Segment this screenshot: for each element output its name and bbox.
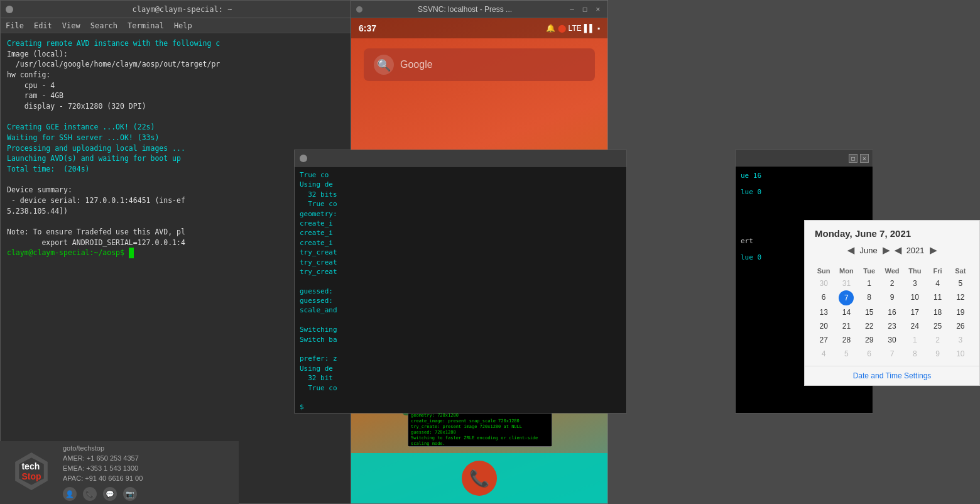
- calendar-day-headers: Sun Mon Tue Wed Thu Fri Sat: [812, 265, 972, 277]
- calendar-day[interactable]: 1: [858, 277, 881, 290]
- terminal-line: Switching: [300, 325, 621, 334]
- calendar-day[interactable]: 29: [858, 333, 881, 347]
- calendar-day[interactable]: 6: [812, 290, 835, 305]
- person-icon[interactable]: 👤: [63, 487, 77, 501]
- calendar-day[interactable]: 11: [926, 290, 949, 305]
- day-header-mon: Mon: [835, 265, 858, 277]
- techstop-info-block: goto/techstop AMER: +1 650 253 4357 EMEA…: [63, 444, 143, 501]
- calendar-prev-year-button[interactable]: ◀: [895, 245, 901, 255]
- calendar-day[interactable]: 25: [926, 319, 949, 333]
- hexagon-inner: techStop: [15, 455, 48, 488]
- calendar-day[interactable]: 7: [881, 347, 903, 361]
- calendar-day[interactable]: 9: [881, 290, 903, 305]
- menu-search[interactable]: Search: [90, 21, 117, 30]
- menu-view[interactable]: View: [62, 21, 80, 30]
- terminal-line: Waiting for SSH server ...OK! (33s): [7, 133, 345, 143]
- calendar-day[interactable]: 12: [949, 290, 972, 305]
- phone-call-button[interactable]: 📞: [462, 461, 497, 496]
- calendar-day[interactable]: 4: [812, 347, 835, 361]
- menu-edit[interactable]: Edit: [34, 21, 52, 30]
- phone-bottom-bar: 📞: [351, 453, 607, 503]
- search-placeholder: Google: [400, 59, 433, 70]
- terminal-1-title: claym@claym-special: ~: [18, 5, 346, 14]
- calendar-prev-month-button[interactable]: ◀: [847, 245, 854, 255]
- calendar-day[interactable]: 10: [949, 347, 972, 361]
- ssvnc-maximize-button[interactable]: □: [580, 5, 590, 13]
- bw-line: [741, 196, 868, 204]
- calendar-next-year-button[interactable]: ▶: [930, 245, 937, 255]
- terminal-line: $: [300, 402, 621, 412]
- phone-icon[interactable]: 📞: [83, 487, 97, 501]
- black-window-restore[interactable]: □: [849, 154, 858, 163]
- calendar-day[interactable]: 8: [903, 347, 926, 361]
- calendar-date-time-settings-link[interactable]: Date and Time Settings: [805, 366, 979, 385]
- day-header-wed: Wed: [881, 265, 903, 277]
- calendar-day[interactable]: 26: [949, 319, 972, 333]
- calendar-day[interactable]: 28: [835, 333, 858, 347]
- calendar-day[interactable]: 14: [835, 305, 858, 319]
- calendar-day[interactable]: 19: [949, 305, 972, 319]
- calendar-day[interactable]: 17: [903, 305, 926, 319]
- menu-terminal[interactable]: Terminal: [128, 21, 164, 30]
- terminal-1-close-dot[interactable]: [6, 6, 13, 13]
- bw-line: ue 16: [741, 172, 868, 180]
- calendar-day[interactable]: 5: [949, 277, 972, 290]
- terminal-window-2: True co Using de 32 bits True co geometr…: [294, 150, 627, 414]
- terminal-line: /usr/local/google/home/claym/aosp/out/ta…: [7, 59, 345, 70]
- calendar-day[interactable]: 18: [926, 305, 949, 319]
- terminal-line: True co: [300, 199, 621, 209]
- calendar-day[interactable]: 3: [949, 333, 972, 347]
- black-window-titlebar: □ ✕: [736, 150, 873, 167]
- calendar-day[interactable]: 3: [903, 277, 926, 290]
- terminal-line: cpu - 4: [7, 80, 345, 91]
- techstop-inner-text: techStop: [21, 461, 41, 481]
- calendar-day[interactable]: 30: [881, 333, 903, 347]
- calendar-day[interactable]: 8: [858, 290, 881, 305]
- calendar-day[interactable]: 23: [881, 319, 903, 333]
- calendar-day[interactable]: 24: [903, 319, 926, 333]
- calendar-day[interactable]: 30: [812, 277, 835, 290]
- phone-search-bar[interactable]: 🔍 Google: [364, 48, 595, 81]
- calendar-day[interactable]: 20: [812, 319, 835, 333]
- ssvnc-close-button[interactable]: ✕: [593, 5, 602, 13]
- terminal-line: 32 bits: [300, 190, 621, 199]
- calendar-day[interactable]: 21: [835, 319, 858, 333]
- menu-file[interactable]: File: [6, 21, 24, 30]
- calendar-week-3: 13 14 15 16 17 18 19: [812, 305, 972, 319]
- menu-help[interactable]: Help: [174, 21, 192, 30]
- calendar-day[interactable]: 16: [881, 305, 903, 319]
- camera-icon[interactable]: 📷: [123, 487, 137, 501]
- calendar-week-1: 30 31 1 2 3 4 5: [812, 277, 972, 290]
- terminal-line: Switch ba: [300, 335, 621, 344]
- lte-signal: LTE: [569, 24, 582, 33]
- terminal-line: create_i: [300, 238, 621, 248]
- black-window-close[interactable]: ✕: [860, 154, 869, 163]
- day-header-tue: Tue: [858, 265, 881, 277]
- day-header-thu: Thu: [903, 265, 926, 277]
- ssvnc-minimize-button[interactable]: —: [567, 5, 577, 13]
- calendar-today[interactable]: 7: [839, 290, 854, 305]
- calendar-day[interactable]: 15: [858, 305, 881, 319]
- calendar-day[interactable]: 22: [858, 319, 881, 333]
- ssvnc-titlebar-dot: [356, 6, 362, 13]
- calendar-week-6: 4 5 6 7 8 9 10: [812, 347, 972, 361]
- calendar-day[interactable]: 1: [903, 333, 926, 347]
- calendar-week-2: 6 7 8 9 10 11 12: [812, 290, 972, 305]
- calendar-title: Monday, June 7, 2021: [815, 228, 969, 239]
- calendar-day[interactable]: 2: [881, 277, 903, 290]
- calendar-day[interactable]: 2: [926, 333, 949, 347]
- terminal-2-dot[interactable]: [300, 155, 307, 162]
- calendar-next-month-button[interactable]: ▶: [883, 245, 890, 255]
- techstop-goto: goto/techstop: [63, 444, 143, 452]
- discord-icon[interactable]: 💬: [103, 487, 117, 501]
- calendar-day[interactable]: 13: [812, 305, 835, 319]
- calendar-day[interactable]: 6: [858, 347, 881, 361]
- calendar-day[interactable]: 4: [926, 277, 949, 290]
- calendar-day[interactable]: 27: [812, 333, 835, 347]
- calendar-day[interactable]: 9: [926, 347, 949, 361]
- calendar-day[interactable]: 31: [835, 277, 858, 290]
- calendar-day[interactable]: 10: [903, 290, 926, 305]
- terminal-line: try_creat: [300, 258, 621, 267]
- day-header-fri: Fri: [926, 265, 949, 277]
- calendar-day[interactable]: 5: [835, 347, 858, 361]
